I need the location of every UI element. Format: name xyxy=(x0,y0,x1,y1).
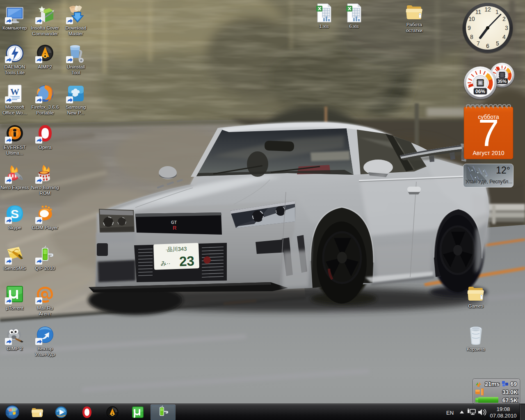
svg-text:19:08: 19:08 xyxy=(497,406,510,412)
svg-text:23: 23 xyxy=(179,253,194,269)
svg-text:35%: 35% xyxy=(498,79,507,84)
svg-text:33.0K: 33.0K xyxy=(502,389,518,395)
svg-text:R: R xyxy=(173,225,177,231)
svg-text:Август 2010: Август 2010 xyxy=(472,150,504,156)
svg-text:7: 7 xyxy=(478,112,499,154)
svg-text:12: 12 xyxy=(484,6,491,13)
svg-text:·品川343: ·品川343 xyxy=(165,246,187,253)
svg-text:1: 1 xyxy=(495,9,499,15)
svg-text:7: 7 xyxy=(477,40,480,47)
svg-text:11: 11 xyxy=(475,9,482,15)
svg-text:4: 4 xyxy=(502,34,506,40)
svg-text:12°: 12° xyxy=(496,165,510,176)
svg-text:07.08.2010: 07.08.2010 xyxy=(490,413,516,419)
svg-text:10: 10 xyxy=(468,16,475,22)
svg-text:W: W xyxy=(10,87,19,97)
svg-text:GT: GT xyxy=(171,220,177,225)
svg-text:EN: EN xyxy=(446,410,454,416)
svg-text:06%: 06% xyxy=(475,89,485,94)
svg-text:8: 8 xyxy=(470,34,473,40)
svg-text:67.5K: 67.5K xyxy=(502,397,518,404)
svg-text:6: 6 xyxy=(486,43,489,49)
svg-text:み··: み·· xyxy=(160,260,170,267)
svg-text:69: 69 xyxy=(510,381,517,387)
svg-text:2: 2 xyxy=(502,16,506,22)
svg-text:5: 5 xyxy=(496,40,499,47)
svg-text:Улан-Уде, Республ...: Улан-Уде, Республ... xyxy=(466,179,512,185)
